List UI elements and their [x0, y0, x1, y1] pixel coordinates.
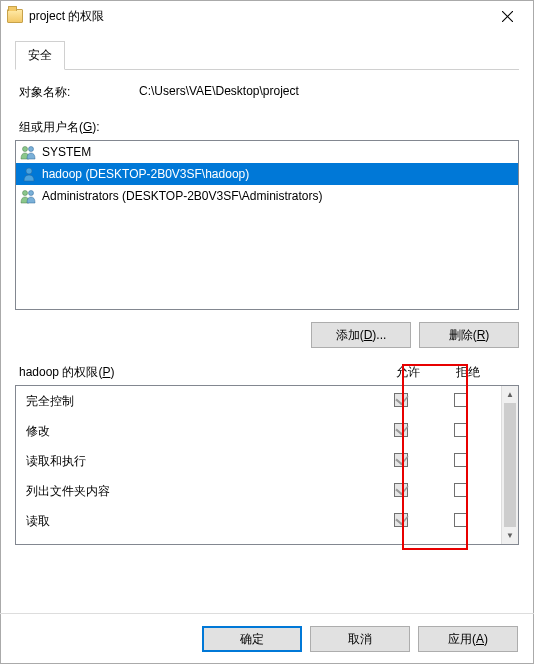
permission-row: 完全控制: [16, 386, 501, 416]
user-name: SYSTEM: [42, 145, 91, 159]
user-name: hadoop (DESKTOP-2B0V3SF\hadoop): [42, 167, 249, 181]
permissions-header: hadoop 的权限(P) 允许 拒绝: [19, 364, 515, 381]
close-button[interactable]: [487, 2, 527, 30]
permission-row: 读取: [16, 506, 501, 536]
deny-checkbox[interactable]: [454, 483, 468, 497]
scrollbar[interactable]: ▲ ▼: [501, 386, 518, 544]
list-item[interactable]: SYSTEM: [16, 141, 518, 163]
svg-point-3: [29, 147, 34, 152]
user-icon: [20, 144, 38, 160]
allow-checkbox[interactable]: [394, 513, 408, 527]
permission-name: 读取: [26, 513, 371, 530]
svg-point-4: [26, 168, 32, 174]
allow-checkbox[interactable]: [394, 483, 408, 497]
titlebar: project 的权限: [1, 1, 533, 31]
list-item[interactable]: Administrators (DESKTOP-2B0V3SF\Administ…: [16, 185, 518, 207]
folder-icon: [7, 9, 23, 23]
scroll-down-button[interactable]: ▼: [502, 527, 518, 544]
remove-button[interactable]: 删除(R): [419, 322, 519, 348]
object-path: C:\Users\VAE\Desktop\project: [139, 84, 299, 101]
allow-column-header: 允许: [378, 364, 438, 381]
user-icon: [20, 188, 38, 204]
permissions-list: 完全控制修改读取和执行列出文件夹内容读取: [16, 386, 501, 544]
allow-checkbox[interactable]: [394, 423, 408, 437]
cancel-button[interactable]: 取消: [310, 626, 410, 652]
scroll-thumb[interactable]: [504, 403, 516, 527]
object-name-label: 对象名称:: [19, 84, 139, 101]
permission-row: 列出文件夹内容: [16, 476, 501, 506]
apply-button[interactable]: 应用(A): [418, 626, 518, 652]
deny-checkbox[interactable]: [454, 453, 468, 467]
permission-name: 读取和执行: [26, 453, 371, 470]
svg-point-6: [29, 191, 34, 196]
deny-checkbox[interactable]: [454, 513, 468, 527]
permission-row: 读取和执行: [16, 446, 501, 476]
deny-checkbox[interactable]: [454, 423, 468, 437]
list-item[interactable]: hadoop (DESKTOP-2B0V3SF\hadoop): [16, 163, 518, 185]
add-button[interactable]: 添加(D)...: [311, 322, 411, 348]
window-title: project 的权限: [29, 8, 487, 25]
tabs: 安全: [15, 41, 519, 70]
permission-name: 修改: [26, 423, 371, 440]
permission-name: 完全控制: [26, 393, 371, 410]
groups-label: 组或用户名(G):: [19, 119, 519, 136]
permission-name: 列出文件夹内容: [26, 483, 371, 500]
allow-checkbox[interactable]: [394, 393, 408, 407]
permission-row: 修改: [16, 416, 501, 446]
close-icon: [502, 11, 513, 22]
users-listbox[interactable]: SYSTEMhadoop (DESKTOP-2B0V3SF\hadoop)Adm…: [15, 140, 519, 310]
deny-checkbox[interactable]: [454, 393, 468, 407]
user-name: Administrators (DESKTOP-2B0V3SF\Administ…: [42, 189, 323, 203]
permissions-title: hadoop 的权限(P): [19, 364, 378, 381]
svg-point-5: [23, 191, 28, 196]
deny-column-header: 拒绝: [438, 364, 498, 381]
ok-button[interactable]: 确定: [202, 626, 302, 652]
scroll-up-button[interactable]: ▲: [502, 386, 518, 403]
object-name-row: 对象名称: C:\Users\VAE\Desktop\project: [19, 84, 519, 101]
svg-point-2: [23, 147, 28, 152]
allow-checkbox[interactable]: [394, 453, 408, 467]
permissions-listbox: 完全控制修改读取和执行列出文件夹内容读取 ▲ ▼: [15, 385, 519, 545]
tab-security[interactable]: 安全: [15, 41, 65, 70]
dialog-footer: 确定 取消 应用(A): [0, 613, 534, 664]
user-icon: [20, 166, 38, 182]
